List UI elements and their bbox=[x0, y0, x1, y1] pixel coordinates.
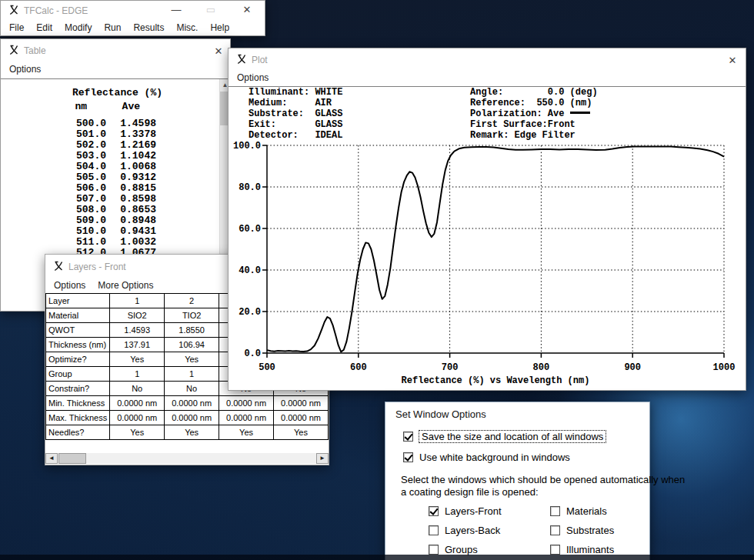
menu-item-options[interactable]: Options bbox=[4, 62, 46, 77]
scroll-right-icon[interactable]: ► bbox=[316, 453, 329, 464]
tfcalc-icon bbox=[8, 45, 18, 55]
layers-cell[interactable]: 0.0000 nm bbox=[165, 396, 219, 411]
checkbox-box[interactable] bbox=[429, 525, 439, 535]
layers-cell[interactable]: Yes bbox=[219, 425, 274, 440]
table-row: 501.01.3378 bbox=[1, 129, 220, 140]
layers-cell[interactable]: 1.4593 bbox=[110, 323, 165, 338]
main-window-titlebar[interactable]: TFCalc - EDGE — ▭ ✕ bbox=[1, 1, 265, 19]
close-icon[interactable]: ✕ bbox=[240, 1, 254, 19]
dialog-description-line2: a coating design file is opened: bbox=[401, 486, 539, 498]
svg-text:500: 500 bbox=[259, 362, 275, 373]
layers-cell[interactable]: 0.0000 nm bbox=[110, 396, 165, 411]
checkbox-layers-front[interactable]: Layers-Front bbox=[429, 505, 502, 517]
layers-row-label: Constrain? bbox=[46, 382, 110, 396]
layers-cell[interactable]: Yes bbox=[110, 425, 165, 440]
layers-cell[interactable]: 2 bbox=[165, 294, 219, 308]
layers-cell[interactable]: 0.0000 nm bbox=[219, 411, 274, 425]
layers-row-label: Material bbox=[46, 308, 110, 323]
layers-cell[interactable]: 0.0000 nm bbox=[274, 411, 329, 425]
table-window-titlebar[interactable]: Table ✕ bbox=[1, 39, 230, 61]
table-row: 510.00.9431 bbox=[1, 226, 220, 237]
layers-cell[interactable]: Yes bbox=[165, 425, 219, 440]
layers-row-label: Layer bbox=[46, 294, 110, 308]
layers-cell[interactable]: Yes bbox=[274, 425, 329, 440]
close-icon[interactable]: ✕ bbox=[212, 41, 225, 62]
cell-nm: 511.0 bbox=[1, 237, 106, 248]
menu-item-edit[interactable]: Edit bbox=[31, 20, 58, 35]
table-column-headers: nm Ave bbox=[1, 102, 220, 112]
layers-cell[interactable]: 137.91 bbox=[110, 338, 165, 352]
layers-cell[interactable]: 1 bbox=[110, 294, 165, 308]
dialog-title: Set Window Options bbox=[385, 402, 649, 424]
scrollbar-track[interactable] bbox=[86, 453, 316, 464]
layers-cell[interactable]: No bbox=[165, 382, 219, 396]
tfcalc-icon bbox=[53, 261, 63, 272]
layers-cell[interactable]: SIO2 bbox=[110, 308, 165, 323]
cell-nm: 508.0 bbox=[1, 205, 106, 215]
checkbox-save-the-size-and-location-of-all-windows[interactable]: Save the size and location of all window… bbox=[403, 431, 606, 442]
svg-text:800: 800 bbox=[533, 362, 550, 373]
menu-item-modify[interactable]: Modify bbox=[59, 20, 97, 35]
info-line: Angle: 0.0 (deg) bbox=[470, 87, 598, 98]
checkbox-substrates[interactable]: Substrates bbox=[550, 525, 614, 536]
cell-nm: 501.0 bbox=[1, 129, 106, 140]
layers-cell[interactable]: Yes bbox=[165, 352, 219, 367]
menu-item-help[interactable]: Help bbox=[205, 20, 235, 35]
menu-item-misc[interactable]: Misc. bbox=[171, 20, 203, 35]
plot-window-title: Plot bbox=[252, 55, 268, 65]
cell-nm: 505.0 bbox=[1, 172, 106, 183]
checkbox-layers-back[interactable]: Layers-Back bbox=[429, 525, 500, 536]
layers-row-max-thickness: Max. Thickness0.0000 nm0.0000 nm0.0000 n… bbox=[46, 411, 329, 425]
cell-nm: 510.0 bbox=[1, 226, 106, 237]
menu-item-more-options[interactable]: More Options bbox=[92, 278, 158, 293]
cell-nm: 503.0 bbox=[1, 151, 106, 162]
layers-cell[interactable]: 1 bbox=[165, 367, 219, 382]
svg-text:40.0: 40.0 bbox=[239, 265, 261, 276]
layers-horizontal-scrollbar[interactable]: ◄ ► bbox=[45, 453, 329, 464]
checkbox-label: Save the size and location of all window… bbox=[419, 431, 606, 442]
checkbox-illuminants[interactable]: Illuminants bbox=[550, 544, 614, 555]
menu-item-options[interactable]: Options bbox=[232, 70, 274, 85]
close-icon[interactable]: ✕ bbox=[726, 50, 739, 72]
scroll-left-icon[interactable]: ◄ bbox=[45, 453, 58, 464]
plot-window-titlebar[interactable]: Plot ✕ bbox=[229, 48, 746, 70]
layers-cell[interactable]: 106.94 bbox=[165, 338, 219, 352]
layers-cell[interactable]: TIO2 bbox=[165, 308, 219, 323]
svg-text:60.0: 60.0 bbox=[239, 224, 261, 235]
layers-cell[interactable]: Yes bbox=[110, 352, 165, 367]
checkbox-box[interactable] bbox=[403, 452, 413, 462]
set-window-options-dialog: Set Window Options Save the size and loc… bbox=[385, 402, 650, 560]
cell-ave: 0.8815 bbox=[106, 183, 156, 194]
cell-ave: 0.9431 bbox=[106, 226, 156, 237]
layers-cell[interactable]: 0.0000 nm bbox=[110, 411, 165, 425]
layers-row-label: Group bbox=[46, 367, 110, 382]
layers-cell[interactable]: 1 bbox=[110, 367, 165, 382]
checkbox-box[interactable] bbox=[550, 545, 560, 555]
cell-ave: 0.8948 bbox=[106, 215, 156, 226]
scrollbar-thumb[interactable] bbox=[58, 453, 86, 464]
cell-nm: 506.0 bbox=[1, 183, 106, 194]
menu-item-file[interactable]: File bbox=[4, 20, 29, 35]
layers-cell[interactable]: No bbox=[110, 382, 165, 396]
checkbox-box[interactable] bbox=[403, 432, 413, 442]
checkbox-label: Use white background in windows bbox=[419, 452, 570, 463]
layers-cell[interactable]: 1.8550 bbox=[165, 323, 219, 338]
menu-item-options[interactable]: Options bbox=[48, 278, 91, 293]
checkbox-box[interactable] bbox=[429, 506, 439, 516]
checkbox-groups[interactable]: Groups bbox=[429, 544, 478, 555]
checkbox-materials[interactable]: Materials bbox=[550, 505, 607, 517]
menu-item-results[interactable]: Results bbox=[128, 20, 169, 35]
layers-cell[interactable]: 0.0000 nm bbox=[274, 396, 329, 411]
plot-info-right: Angle: 0.0 (deg)Reference: 550.0 (nm)Pol… bbox=[470, 87, 598, 141]
checkbox-box[interactable] bbox=[550, 525, 560, 535]
minimize-icon[interactable]: — bbox=[169, 1, 183, 19]
checkbox-box[interactable] bbox=[429, 545, 439, 555]
checkbox-box[interactable] bbox=[550, 506, 560, 516]
plot-menubar: Options bbox=[229, 70, 746, 85]
menu-item-run[interactable]: Run bbox=[98, 20, 126, 35]
maximize-icon[interactable]: ▭ bbox=[204, 1, 218, 19]
checkbox-use-white-background-in-windows[interactable]: Use white background in windows bbox=[403, 452, 570, 463]
layers-cell[interactable]: 0.0000 nm bbox=[165, 411, 219, 425]
series-reflectance-ave bbox=[267, 146, 724, 352]
layers-cell[interactable]: 0.0000 nm bbox=[219, 396, 274, 411]
